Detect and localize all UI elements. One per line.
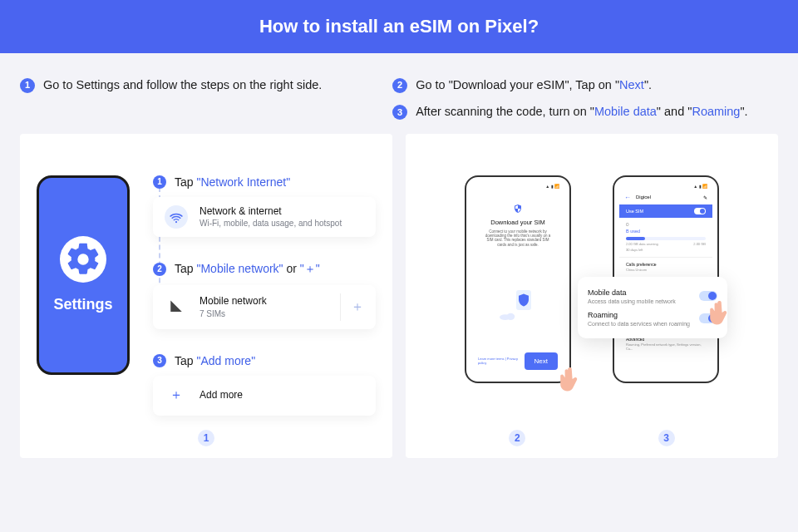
tap-hand-icon — [704, 297, 734, 328]
page-title: How to install an eSIM on Pixel? — [259, 16, 539, 37]
tile-subtitle: Wi-Fi, mobile, data usage, and hotspot — [200, 219, 342, 228]
step-text-1: Go to Settings and follow the steps on t… — [43, 76, 322, 93]
substep-2: 2 Tap "Mobile network" or "＋" Mobile net… — [153, 262, 376, 329]
tile-title: Network & internet — [200, 205, 342, 217]
tile-title: Mobile network — [200, 295, 267, 307]
tap-hand-icon — [554, 363, 584, 395]
svg-point-1 — [506, 313, 515, 320]
download-body: Connect to your mobile network by downlo… — [478, 229, 558, 248]
download-title: Download your SIM — [490, 219, 544, 226]
signal-icon — [165, 295, 188, 318]
sim-illustration — [500, 285, 536, 318]
network-internet-tile[interactable]: Network & internet Wi-Fi, mobile, data u… — [153, 197, 376, 237]
mobile-network-tile[interactable]: Mobile network 7 SIMs ＋ — [153, 285, 376, 329]
calls-pref-row[interactable]: Calls preferenceChina Unicom — [619, 257, 712, 276]
settings-gear-icon — [60, 236, 106, 283]
substep-1: 1 Tap "Network Internet" Network & inter… — [153, 175, 376, 237]
plus-icon: ＋ — [165, 387, 188, 404]
edit-icon[interactable]: ✎ — [703, 195, 707, 200]
status-bar: ▲ ▮ 📶 — [619, 182, 712, 190]
tile-title: Add more — [200, 389, 243, 401]
step-badge-3: 3 — [392, 105, 407, 120]
phone-label: Settings — [53, 296, 112, 313]
plus-icon[interactable]: ＋ — [340, 293, 364, 321]
roaming-row[interactable]: Roaming Connect to data services when ro… — [588, 308, 717, 330]
intro-step-3: 3 After scanning the code, turn on "Mobi… — [392, 103, 778, 120]
wifi-icon — [165, 205, 188, 229]
data-usage: O B used 2.00 GB data warning2.00 GB 30 … — [619, 218, 712, 257]
status-bar: ▲ ▮ 📶 — [471, 182, 564, 190]
phone-sim-settings: ▲ ▮ 📶 ← Digicel ✎ Use SIM O B used — [613, 175, 719, 383]
intro-step-1: 1 Go to Settings and follow the steps on… — [20, 76, 364, 93]
substep-3: 3 Tap "Add more" ＋ Add more — [153, 354, 376, 416]
panel-download-activate: ▲ ▮ 📶 Download your SIM Connect to your … — [406, 134, 778, 458]
privacy-link[interactable]: Learn more terms | Privacy policy — [478, 357, 525, 365]
mobile-data-row[interactable]: Mobile data Access data using mobile net… — [588, 285, 717, 308]
panel-settings: Settings 1 Tap "Network Internet" — [20, 134, 392, 458]
step-text-2: Go to "Download your eSIM", Tap on "Next… — [416, 76, 652, 93]
substep-badge-1: 1 — [153, 175, 166, 189]
substep-badge-3: 3 — [153, 354, 166, 367]
panel-number-3: 3 — [658, 430, 675, 446]
phone-download-sim: ▲ ▮ 📶 Download your SIM Connect to your … — [465, 175, 571, 383]
carrier-header: ← Digicel ✎ — [619, 190, 712, 204]
step-badge-2: 2 — [392, 78, 407, 93]
step-badge-1: 1 — [20, 78, 35, 93]
tile-subtitle: 7 SIMs — [200, 309, 267, 318]
panel-number-1: 1 — [198, 430, 214, 446]
back-icon[interactable]: ← — [624, 194, 631, 201]
substep-badge-2: 2 — [153, 263, 166, 276]
use-sim-row[interactable]: Use SIM — [619, 204, 712, 218]
hero-banner: How to install an eSIM on Pixel? — [0, 0, 798, 53]
next-button[interactable]: Next — [525, 352, 558, 370]
step-text-3: After scanning the code, turn on "Mobile… — [416, 103, 747, 120]
intro-steps: 1 Go to Settings and follow the steps on… — [0, 53, 798, 134]
add-more-tile[interactable]: ＋ Add more — [153, 376, 376, 416]
panel-number-2: 2 — [509, 430, 525, 446]
use-sim-toggle[interactable] — [694, 208, 706, 214]
intro-step-2: 2 Go to "Download your eSIM", Tap on "Ne… — [392, 76, 778, 93]
shield-icon — [513, 202, 523, 214]
pixel-phone-illustration: Settings — [37, 175, 130, 375]
